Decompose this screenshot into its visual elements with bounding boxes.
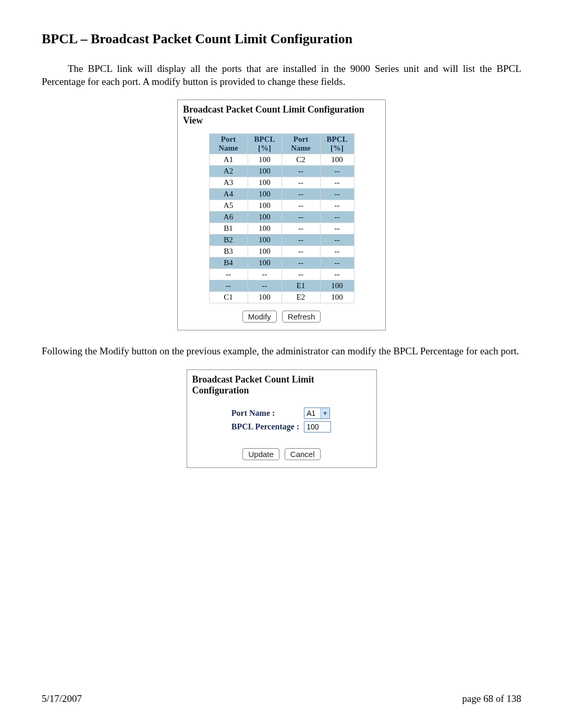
table-cell: 100 xyxy=(248,292,282,303)
refresh-button[interactable]: Refresh xyxy=(282,311,321,323)
table-cell: B2 xyxy=(209,235,248,246)
table-cell: -- xyxy=(320,257,354,269)
table-cell: E1 xyxy=(282,280,320,292)
edit-button-row: Update Cancel xyxy=(192,448,371,460)
update-button[interactable]: Update xyxy=(242,448,279,460)
table-cell: 100 xyxy=(248,235,282,246)
table-row: B2100---- xyxy=(209,235,354,246)
table-row: ----E1100 xyxy=(209,280,354,292)
bpcl-percentage-input[interactable] xyxy=(304,421,331,433)
table-cell: -- xyxy=(209,280,248,292)
table-cell: C1 xyxy=(209,292,248,303)
table-row: A6100---- xyxy=(209,212,354,223)
footer-page: page 68 of 138 xyxy=(462,693,521,705)
table-cell: -- xyxy=(209,269,248,280)
mid-paragraph: Following the Modify button on the previ… xyxy=(42,345,521,358)
table-row: B4100---- xyxy=(209,257,354,269)
table-cell: -- xyxy=(320,269,354,280)
table-cell: A6 xyxy=(209,212,248,223)
table-cell: B4 xyxy=(209,257,248,269)
table-cell: A5 xyxy=(209,200,248,212)
table-row: A1100C2100 xyxy=(209,154,354,166)
table-row: B1100---- xyxy=(209,223,354,235)
table-cell: 100 xyxy=(248,154,282,166)
table-row: A5100---- xyxy=(209,200,354,212)
table-row: A2100---- xyxy=(209,166,354,177)
table-cell: B1 xyxy=(209,223,248,235)
table-cell: 100 xyxy=(248,189,282,200)
table-cell: -- xyxy=(282,189,320,200)
table-cell: 100 xyxy=(320,154,354,166)
col-bpcl-1: BPCL [%] xyxy=(248,134,282,154)
intro-paragraph: The BPCL link will display all the ports… xyxy=(42,63,521,88)
table-row: A3100---- xyxy=(209,177,354,189)
table-cell: 100 xyxy=(248,200,282,212)
table-row: A4100---- xyxy=(209,189,354,200)
table-cell: -- xyxy=(282,269,320,280)
table-cell: -- xyxy=(320,212,354,223)
col-port-name-1: Port Name xyxy=(209,134,248,154)
table-cell: E2 xyxy=(282,292,320,303)
table-row: C1100E2100 xyxy=(209,292,354,303)
intro-text: The BPCL link will display all the ports… xyxy=(42,63,521,87)
table-cell: -- xyxy=(248,280,282,292)
table-cell: -- xyxy=(282,235,320,246)
table-cell: -- xyxy=(282,177,320,189)
table-cell: -- xyxy=(320,223,354,235)
col-port-name-2: Port Name xyxy=(282,134,320,154)
table-cell: -- xyxy=(320,235,354,246)
table-row: B3100---- xyxy=(209,246,354,257)
table-cell: -- xyxy=(282,223,320,235)
view-panel-title: Broadcast Packet Count Limit Configurati… xyxy=(183,104,380,126)
table-cell: A1 xyxy=(209,154,248,166)
view-button-row: Modify Refresh xyxy=(183,311,380,323)
table-cell: 100 xyxy=(320,280,354,292)
table-cell: -- xyxy=(320,166,354,177)
table-cell: -- xyxy=(282,166,320,177)
cancel-button[interactable]: Cancel xyxy=(285,448,321,460)
edit-panel-title: Broadcast Packet Count Limit Configurati… xyxy=(192,374,371,396)
footer-date: 5/17/2007 xyxy=(42,693,82,705)
port-name-value: A1 xyxy=(304,409,320,417)
table-cell: B3 xyxy=(209,246,248,257)
bpcl-edit-panel: Broadcast Packet Count Limit Configurati… xyxy=(187,369,377,468)
table-header-row: Port Name BPCL [%] Port Name BPCL [%] xyxy=(209,134,354,154)
table-cell: -- xyxy=(320,189,354,200)
bpcl-percentage-label: BPCL Percentage : xyxy=(231,420,303,434)
col-bpcl-2: BPCL [%] xyxy=(320,134,354,154)
page-title: BPCL – Broadcast Packet Count Limit Conf… xyxy=(42,31,521,47)
edit-form: Port Name : A1 ▼ BPCL Percentage : xyxy=(231,406,332,434)
table-cell: 100 xyxy=(320,292,354,303)
table-cell: -- xyxy=(282,212,320,223)
table-cell: -- xyxy=(282,200,320,212)
table-cell: C2 xyxy=(282,154,320,166)
modify-button[interactable]: Modify xyxy=(242,311,277,323)
table-row: -------- xyxy=(209,269,354,280)
table-cell: 100 xyxy=(248,223,282,235)
table-cell: A2 xyxy=(209,166,248,177)
table-cell: -- xyxy=(282,257,320,269)
bpcl-table: Port Name BPCL [%] Port Name BPCL [%] A1… xyxy=(209,133,354,303)
table-cell: 100 xyxy=(248,166,282,177)
table-cell: 100 xyxy=(248,257,282,269)
table-cell: -- xyxy=(248,269,282,280)
table-cell: 100 xyxy=(248,177,282,189)
bpcl-view-panel: Broadcast Packet Count Limit Configurati… xyxy=(177,100,386,330)
table-cell: -- xyxy=(282,246,320,257)
table-cell: A4 xyxy=(209,189,248,200)
table-cell: A3 xyxy=(209,177,248,189)
port-name-label: Port Name : xyxy=(231,406,303,420)
chevron-down-icon: ▼ xyxy=(320,408,329,418)
table-cell: -- xyxy=(320,177,354,189)
table-cell: 100 xyxy=(248,212,282,223)
port-name-select[interactable]: A1 ▼ xyxy=(304,408,330,419)
table-cell: 100 xyxy=(248,246,282,257)
page-footer: 5/17/2007 page 68 of 138 xyxy=(42,693,521,705)
table-cell: -- xyxy=(320,246,354,257)
table-cell: -- xyxy=(320,200,354,212)
